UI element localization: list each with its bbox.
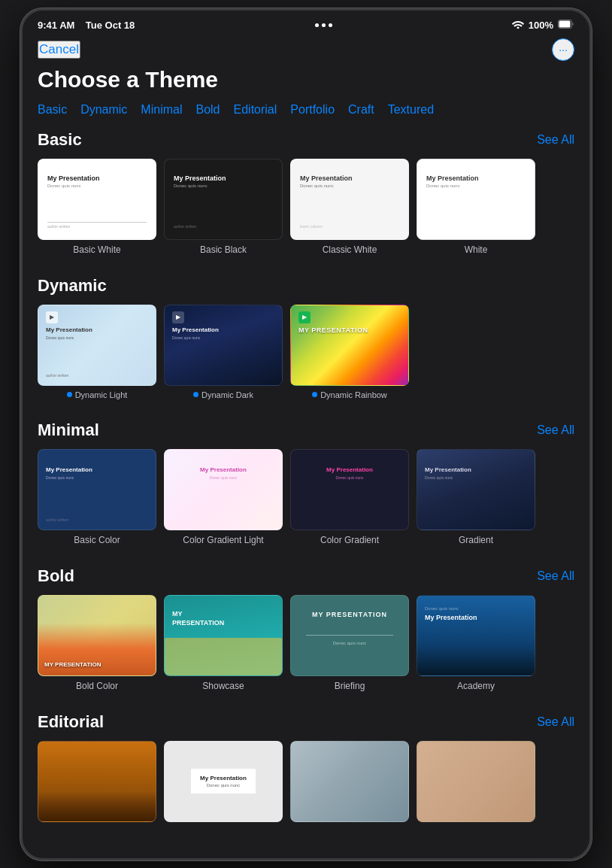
tab-bold[interactable]: Bold xyxy=(195,103,220,117)
section-basic: Basic See All My Presentation Donec quis… xyxy=(38,130,574,258)
theme-editorial-4[interactable] xyxy=(417,741,535,837)
cg-thumb: My Presentation Donec quis nunc xyxy=(290,449,409,530)
theme-color-gradient[interactable]: My Presentation Donec quis nunc Color Gr… xyxy=(290,449,409,545)
section-editorial: Editorial See All My Presentation xyxy=(38,712,574,840)
theme-dynamic-light[interactable]: ▶ My Presentation Donec quis nunc author… xyxy=(38,305,156,399)
page-title: Choose a Theme xyxy=(23,67,589,103)
battery-icon xyxy=(558,20,574,31)
dot3 xyxy=(329,23,332,27)
dynamic-section-title: Dynamic xyxy=(38,276,107,296)
basic-color-thumb: My Presentation Donec quis nunc author w… xyxy=(38,449,156,530)
theme-briefing[interactable]: MY PRESENTATION Donec quis nunc Briefing xyxy=(290,595,409,691)
bold-color-label: Bold Color xyxy=(76,681,118,691)
cg-label: Color Gradient xyxy=(320,535,379,545)
briefing-label: Briefing xyxy=(335,681,365,691)
theme-dynamic-rainbow[interactable]: ▶ MY PRESENTATION Dynamic Rainbow xyxy=(290,305,409,399)
svg-rect-1 xyxy=(559,20,571,27)
showcase-thumb: MYPRESENTATION xyxy=(164,595,283,676)
bold-section-title: Bold xyxy=(38,566,74,586)
dot1 xyxy=(315,23,319,27)
classic-white-thumb: My Presentation Donec quis nunc lorem co… xyxy=(290,159,409,240)
dynamic-rainbow-indicator: Dynamic Rainbow xyxy=(312,390,387,399)
theme-editorial-3[interactable] xyxy=(290,741,409,837)
wifi-icon xyxy=(512,20,524,31)
showcase-label: Showcase xyxy=(202,681,244,691)
cgl-thumb: My Presentation Donec quis nunc xyxy=(164,449,283,530)
content-area: Basic See All My Presentation Donec quis… xyxy=(23,130,589,858)
basic-white-thumb: My Presentation Donec quis nunc author w… xyxy=(38,159,156,240)
editorial-section-title: Editorial xyxy=(38,712,104,732)
tab-basic[interactable]: Basic xyxy=(38,103,67,117)
minimal-themes-row: My Presentation Donec quis nunc author w… xyxy=(38,449,574,548)
editorial-2-label xyxy=(222,827,224,837)
dynamic-rainbow-thumb: ▶ MY PRESENTATION xyxy=(290,305,409,386)
status-time-date: 9:41 AM Tue Oct 18 xyxy=(38,20,135,31)
minimal-see-all[interactable]: See All xyxy=(537,423,574,437)
tab-minimal[interactable]: Minimal xyxy=(141,103,182,117)
theme-white[interactable]: My Presentation Donec quis nunc White xyxy=(417,159,535,255)
theme-editorial-1[interactable] xyxy=(38,741,156,837)
play-icon-rainbow: ▶ xyxy=(298,311,311,323)
editorial-2-thumb: My Presentation Donec quis nunc xyxy=(164,741,283,822)
bold-color-thumb: MY PRESENTATION xyxy=(38,595,156,676)
theme-academy[interactable]: Donec quis nunc My Presentation Academy xyxy=(417,595,535,691)
tab-textured[interactable]: Textured xyxy=(388,103,434,117)
basic-black-thumb: My Presentation Donec quis nunc author w… xyxy=(164,159,283,240)
status-dots xyxy=(315,23,332,27)
more-icon: ··· xyxy=(559,44,568,56)
dynamic-dark-thumb: ▶ My Presentation Donec quis nunc xyxy=(164,305,283,386)
cancel-button[interactable]: Cancel xyxy=(38,41,80,59)
editorial-3-label xyxy=(348,827,350,837)
play-icon-light: ▶ xyxy=(46,311,58,323)
dot2 xyxy=(322,23,326,27)
editorial-see-all[interactable]: See All xyxy=(537,715,574,729)
bold-themes-row: MY PRESENTATION Bold Color MYPRESENTATIO… xyxy=(38,595,574,694)
basic-white-label: Basic White xyxy=(73,244,120,255)
theme-editorial-2[interactable]: My Presentation Donec quis nunc xyxy=(164,741,283,837)
dynamic-light-thumb: ▶ My Presentation Donec quis nunc author… xyxy=(38,305,156,386)
more-button[interactable]: ··· xyxy=(552,38,574,61)
gradient-label: Gradient xyxy=(459,535,493,545)
editorial-themes-row: My Presentation Donec quis nunc xyxy=(38,741,574,840)
minimal-section-header: Minimal See All xyxy=(38,420,574,440)
basic-see-all[interactable]: See All xyxy=(537,133,574,147)
dynamic-dark-indicator: Dynamic Dark xyxy=(193,390,253,399)
editorial-1-thumb xyxy=(38,741,156,822)
white-thumb: My Presentation Donec quis nunc xyxy=(417,159,535,240)
status-date: Tue Oct 18 xyxy=(86,20,135,31)
section-dynamic: Dynamic ▶ My Presentation Donec quis nun… xyxy=(38,276,574,402)
bold-section-header: Bold See All xyxy=(38,566,574,586)
tab-craft[interactable]: Craft xyxy=(348,103,374,117)
editorial-4-thumb xyxy=(417,741,535,822)
academy-thumb: Donec quis nunc My Presentation xyxy=(417,595,535,676)
theme-basic-white[interactable]: My Presentation Donec quis nunc author w… xyxy=(38,159,156,255)
device-frame: 9:41 AM Tue Oct 18 100% xyxy=(20,8,592,860)
tab-dynamic[interactable]: Dynamic xyxy=(80,103,127,117)
cgl-label: Color Gradient Light xyxy=(183,535,263,545)
battery-label: 100% xyxy=(529,20,553,31)
basic-black-label: Basic Black xyxy=(200,244,247,255)
white-label: White xyxy=(465,244,488,255)
classic-white-label: Classic White xyxy=(323,244,377,255)
theme-bold-color[interactable]: MY PRESENTATION Bold Color xyxy=(38,595,156,691)
editorial-3-thumb xyxy=(290,741,409,822)
status-bar: 9:41 AM Tue Oct 18 100% xyxy=(23,11,589,35)
status-time: 9:41 AM xyxy=(38,20,74,31)
theme-gradient[interactable]: My Presentation Donec quis nunc Gradient xyxy=(417,449,535,545)
theme-showcase[interactable]: MYPRESENTATION Showcase xyxy=(164,595,283,691)
status-right: 100% xyxy=(512,20,574,31)
theme-classic-white[interactable]: My Presentation Donec quis nunc lorem co… xyxy=(290,159,409,255)
theme-dynamic-dark[interactable]: ▶ My Presentation Donec quis nunc Dynami… xyxy=(164,305,283,399)
header: Cancel ··· xyxy=(23,35,589,67)
theme-basic-color[interactable]: My Presentation Donec quis nunc author w… xyxy=(38,449,156,545)
bold-see-all[interactable]: See All xyxy=(537,569,574,583)
tab-editorial[interactable]: Editorial xyxy=(234,103,277,117)
tab-portfolio[interactable]: Portfolio xyxy=(290,103,335,117)
play-icon-dark: ▶ xyxy=(172,311,184,323)
dynamic-light-indicator: Dynamic Light xyxy=(67,390,128,399)
theme-color-gradient-light[interactable]: My Presentation Donec quis nunc Color Gr… xyxy=(164,449,283,545)
theme-basic-black[interactable]: My Presentation Donec quis nunc author w… xyxy=(164,159,283,255)
dynamic-section-header: Dynamic xyxy=(38,276,574,296)
section-bold: Bold See All MY PRESENTATION Bold Color … xyxy=(38,566,574,694)
gradient-thumb: My Presentation Donec quis nunc xyxy=(417,449,535,530)
